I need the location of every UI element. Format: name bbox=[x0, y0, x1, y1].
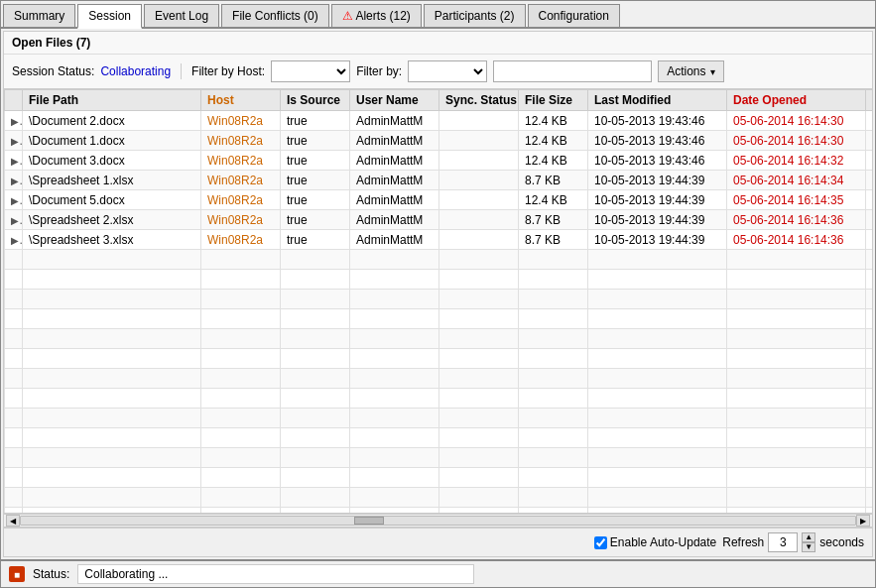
row-expand-icon[interactable]: ▶ bbox=[5, 171, 23, 190]
row-syncstatus bbox=[439, 210, 519, 230]
row-username: AdminMattM bbox=[350, 210, 439, 230]
table-row-empty bbox=[5, 270, 873, 290]
row-filepath: \Spreadsheet 1.xlsx bbox=[23, 171, 201, 190]
filter-host-select[interactable] bbox=[271, 60, 350, 82]
status-bar: ■ Status: bbox=[1, 559, 875, 587]
table-row-empty bbox=[5, 250, 873, 270]
row-dateopened: 05-06-2014 16:14:36 bbox=[727, 230, 866, 250]
autoupdate-label: Enable Auto-Update bbox=[610, 535, 716, 549]
row-lastmodified: 10-05-2013 19:44:39 bbox=[588, 230, 727, 250]
row-username: AdminMattM bbox=[350, 190, 439, 210]
status-value-input bbox=[77, 564, 474, 584]
autoupdate-checkbox-label[interactable]: Enable Auto-Update bbox=[594, 535, 716, 549]
row-message bbox=[866, 151, 873, 171]
tab-fileconflicts[interactable]: File Conflicts (0) bbox=[221, 4, 329, 27]
tab-session[interactable]: Session bbox=[77, 4, 142, 29]
table-row-empty bbox=[5, 389, 873, 409]
autoupdate-checkbox[interactable] bbox=[594, 536, 607, 549]
row-host: Win08R2a bbox=[201, 230, 281, 250]
row-expand-icon[interactable]: ▶ bbox=[5, 111, 23, 131]
row-username: AdminMattM bbox=[350, 230, 439, 250]
tab-configuration[interactable]: Configuration bbox=[528, 4, 620, 27]
col-header-filepath[interactable]: File Path bbox=[23, 90, 201, 111]
row-lastmodified: 10-05-2013 19:44:39 bbox=[588, 190, 727, 210]
row-message bbox=[866, 190, 873, 210]
bottom-toolbar: Enable Auto-Update Refresh ▲ ▼ seconds bbox=[4, 528, 872, 556]
row-message bbox=[866, 171, 873, 190]
col-header-message[interactable]: Message bbox=[866, 90, 873, 111]
filter-by-label: Filter by: bbox=[356, 64, 402, 78]
actions-button[interactable]: Actions ▾ bbox=[658, 60, 723, 82]
table-row-empty bbox=[5, 290, 873, 309]
hscroll-track[interactable] bbox=[20, 516, 856, 526]
row-username: AdminMattM bbox=[350, 151, 439, 171]
row-filesize: 12.4 KB bbox=[519, 131, 588, 151]
table-row[interactable]: ▶ \Spreadsheet 2.xlsx Win08R2a true Admi… bbox=[5, 210, 873, 230]
row-expand-icon[interactable]: ▶ bbox=[5, 151, 23, 171]
filter-text-input[interactable] bbox=[493, 60, 652, 82]
row-filesize: 8.7 KB bbox=[519, 210, 588, 230]
filter-by-select[interactable] bbox=[408, 60, 487, 82]
table-row-empty bbox=[5, 409, 873, 428]
row-expand-icon[interactable]: ▶ bbox=[5, 230, 23, 250]
col-header-issource[interactable]: Is Source bbox=[281, 90, 350, 111]
refresh-spinner: ▲ ▼ bbox=[802, 532, 815, 552]
row-issource: true bbox=[281, 111, 350, 131]
row-expand-icon[interactable]: ▶ bbox=[5, 131, 23, 151]
spinner-up-button[interactable]: ▲ bbox=[802, 532, 815, 542]
row-username: AdminMattM bbox=[350, 131, 439, 151]
row-filepath: \Document 2.docx bbox=[23, 111, 201, 131]
separator bbox=[181, 63, 182, 79]
row-filesize: 8.7 KB bbox=[519, 230, 588, 250]
table-row-empty bbox=[5, 428, 873, 448]
row-filesize: 12.4 KB bbox=[519, 111, 588, 131]
row-message bbox=[866, 230, 873, 250]
row-syncstatus bbox=[439, 151, 519, 171]
table-row[interactable]: ▶ \Spreadsheet 3.xlsx Win08R2a true Admi… bbox=[5, 230, 873, 250]
tab-eventlog[interactable]: Event Log bbox=[144, 4, 219, 27]
row-host: Win08R2a bbox=[201, 111, 281, 131]
table-container[interactable]: File Path Host Is Source User Name Sync.… bbox=[4, 89, 872, 514]
table-header-row: File Path Host Is Source User Name Sync.… bbox=[5, 90, 873, 111]
actions-label: Actions bbox=[667, 64, 705, 78]
row-syncstatus bbox=[439, 190, 519, 210]
table-row[interactable]: ▶ \Document 3.docx Win08R2a true AdminMa… bbox=[5, 151, 873, 171]
row-expand-icon[interactable]: ▶ bbox=[5, 210, 23, 230]
row-expand-icon[interactable]: ▶ bbox=[5, 190, 23, 210]
row-dateopened: 05-06-2014 16:14:36 bbox=[727, 210, 866, 230]
table-row-empty bbox=[5, 349, 873, 369]
col-header-username[interactable]: User Name bbox=[350, 90, 439, 111]
scroll-left-button[interactable]: ◀ bbox=[6, 515, 20, 527]
alert-icon: ⚠ bbox=[342, 9, 353, 23]
table-row[interactable]: ▶ \Document 2.docx Win08R2a true AdminMa… bbox=[5, 111, 873, 131]
col-header-lastmodified[interactable]: Last Modified bbox=[588, 90, 727, 111]
hscroll-thumb[interactable] bbox=[354, 517, 384, 525]
table-row[interactable]: ▶ \Document 1.docx Win08R2a true AdminMa… bbox=[5, 131, 873, 151]
row-dateopened: 05-06-2014 16:14:35 bbox=[727, 190, 866, 210]
col-header-syncstatus[interactable]: Sync. Status bbox=[439, 90, 519, 111]
table-row[interactable]: ▶ \Spreadsheet 1.xlsx Win08R2a true Admi… bbox=[5, 171, 873, 190]
row-filepath: \Document 3.docx bbox=[23, 151, 201, 171]
col-header-dateopened[interactable]: Date Opened bbox=[727, 90, 866, 111]
row-syncstatus bbox=[439, 230, 519, 250]
table-row-empty bbox=[5, 329, 873, 349]
tab-alerts[interactable]: ⚠ Alerts (12) bbox=[331, 4, 422, 27]
tab-participants[interactable]: Participants (2) bbox=[424, 4, 526, 27]
row-issource: true bbox=[281, 131, 350, 151]
table-body: ▶ \Document 2.docx Win08R2a true AdminMa… bbox=[5, 111, 873, 515]
row-syncstatus bbox=[439, 131, 519, 151]
row-filepath: \Document 5.docx bbox=[23, 190, 201, 210]
tab-summary[interactable]: Summary bbox=[3, 4, 75, 27]
row-lastmodified: 10-05-2013 19:43:46 bbox=[588, 131, 727, 151]
table-row[interactable]: ▶ \Document 5.docx Win08R2a true AdminMa… bbox=[5, 190, 873, 210]
spinner-down-button[interactable]: ▼ bbox=[802, 542, 815, 552]
col-header-filesize[interactable]: File Size bbox=[519, 90, 588, 111]
row-message bbox=[866, 131, 873, 151]
status-icon: ■ bbox=[9, 566, 25, 582]
seconds-label: seconds bbox=[819, 535, 864, 549]
refresh-input[interactable] bbox=[768, 532, 798, 552]
col-header-host[interactable]: Host bbox=[201, 90, 281, 111]
table-row-empty bbox=[5, 488, 873, 508]
row-dateopened: 05-06-2014 16:14:32 bbox=[727, 151, 866, 171]
scroll-right-button[interactable]: ▶ bbox=[856, 515, 870, 527]
